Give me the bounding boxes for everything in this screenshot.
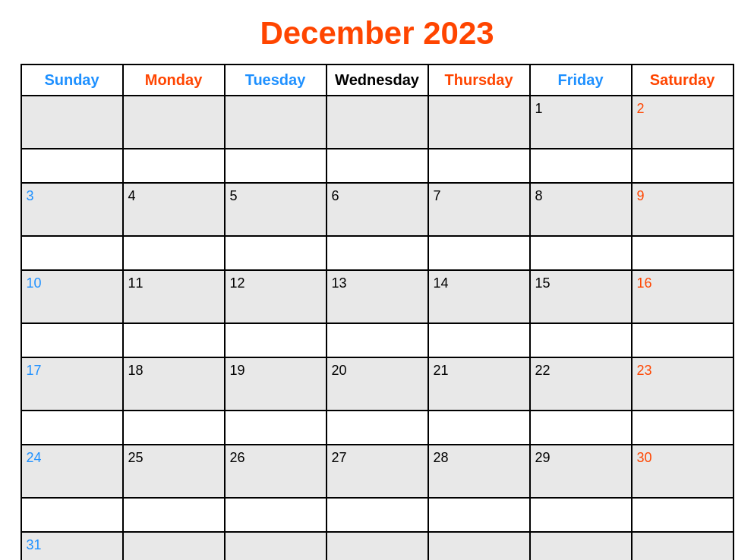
week-4-day-3: 27: [327, 445, 428, 498]
week-4-extra-2: [225, 498, 327, 532]
week-0-extra-5: [530, 149, 632, 183]
day-number-26: 26: [230, 448, 321, 466]
day-number-21: 21: [434, 361, 525, 379]
week-1-extra-row: [21, 236, 733, 270]
day-number-30: 30: [637, 448, 728, 466]
day-number-14: 14: [434, 274, 525, 291]
week-3-extra-3: [327, 411, 428, 445]
week-4-day-1: 25: [123, 445, 225, 498]
week-2-day-5: 15: [530, 270, 632, 323]
day-number-9: 9: [637, 187, 728, 204]
day-number-7: 7: [434, 187, 525, 204]
week-5-day-2: [225, 532, 327, 560]
day-number-22: 22: [535, 361, 626, 379]
week-1-extra-5: [530, 236, 632, 270]
week-0-extra-3: [327, 149, 428, 183]
week-1-extra-0: [21, 236, 123, 270]
week-3-extra-row: [21, 411, 733, 445]
day-number-1: 1: [535, 99, 626, 117]
week-1-date-row: 3456789: [21, 183, 733, 236]
header-tuesday: Tuesday: [225, 64, 327, 96]
week-4-extra-5: [530, 498, 632, 532]
week-0-extra-6: [632, 149, 733, 183]
week-1-day-5: 8: [530, 183, 632, 236]
week-1-day-1: 4: [123, 183, 225, 236]
week-2-extra-3: [327, 323, 428, 357]
header-thursday: Thursday: [428, 64, 530, 96]
week-0-day-1: [123, 96, 225, 149]
week-0-extra-1: [123, 149, 225, 183]
week-1-extra-1: [123, 236, 225, 270]
calendar-title: December 2023: [21, 15, 734, 52]
week-4-extra-row: [21, 498, 733, 532]
week-0-day-6: 2: [632, 96, 733, 149]
day-number-13: 13: [332, 274, 423, 291]
week-5-day-0: 31: [21, 532, 123, 560]
week-3-day-4: 21: [428, 357, 530, 411]
week-3-extra-1: [123, 411, 225, 445]
day-number-19: 19: [230, 361, 321, 379]
week-2-extra-row: [21, 323, 733, 357]
week-5-day-5: [530, 532, 632, 560]
week-5-date-row: 31: [21, 532, 733, 560]
week-4-extra-0: [21, 498, 123, 532]
week-1-extra-4: [428, 236, 530, 270]
calendar-table: Sunday Monday Tuesday Wednesday Thursday…: [21, 64, 734, 560]
week-2-extra-5: [530, 323, 632, 357]
day-number-10: 10: [27, 274, 118, 291]
header-row: Sunday Monday Tuesday Wednesday Thursday…: [21, 64, 733, 96]
day-number-16: 16: [637, 274, 728, 291]
week-3-day-1: 18: [123, 357, 225, 411]
day-number-2: 2: [637, 99, 728, 117]
day-number-24: 24: [27, 448, 118, 466]
week-0-date-row: 12: [21, 96, 733, 149]
week-3-day-2: 19: [225, 357, 327, 411]
header-wednesday: Wednesday: [327, 64, 428, 96]
calendar-container: December 2023 Sunday Monday Tuesday Wedn…: [13, 0, 742, 560]
week-2-day-3: 13: [327, 270, 428, 323]
week-4-extra-1: [123, 498, 225, 532]
week-1-extra-3: [327, 236, 428, 270]
header-sunday: Sunday: [21, 64, 123, 96]
day-number-27: 27: [332, 448, 423, 466]
week-3-extra-2: [225, 411, 327, 445]
week-2-day-4: 14: [428, 270, 530, 323]
week-4-day-2: 26: [225, 445, 327, 498]
week-0-day-0: [21, 96, 123, 149]
day-number-6: 6: [332, 187, 423, 204]
day-number-23: 23: [637, 361, 728, 379]
week-3-date-row: 17181920212223: [21, 357, 733, 411]
week-0-extra-row: [21, 149, 733, 183]
week-3-day-0: 17: [21, 357, 123, 411]
week-2-day-1: 11: [123, 270, 225, 323]
week-4-date-row: 24252627282930: [21, 445, 733, 498]
day-number-5: 5: [230, 187, 321, 204]
week-1-day-6: 9: [632, 183, 733, 236]
week-1-day-2: 5: [225, 183, 327, 236]
week-1-day-4: 7: [428, 183, 530, 236]
week-0-extra-2: [225, 149, 327, 183]
week-2-extra-6: [632, 323, 733, 357]
week-0-day-4: [428, 96, 530, 149]
day-number-3: 3: [27, 187, 118, 204]
week-4-day-0: 24: [21, 445, 123, 498]
day-number-11: 11: [128, 274, 219, 291]
week-1-day-3: 6: [327, 183, 428, 236]
week-4-day-4: 28: [428, 445, 530, 498]
day-number-8: 8: [535, 187, 626, 204]
day-number-15: 15: [535, 274, 626, 291]
header-saturday: Saturday: [632, 64, 733, 96]
week-2-extra-1: [123, 323, 225, 357]
header-monday: Monday: [123, 64, 225, 96]
day-number-4: 4: [128, 187, 219, 204]
week-0-extra-0: [21, 149, 123, 183]
week-3-extra-4: [428, 411, 530, 445]
week-4-extra-3: [327, 498, 428, 532]
week-3-day-3: 20: [327, 357, 428, 411]
day-number-28: 28: [434, 448, 525, 466]
week-0-day-2: [225, 96, 327, 149]
week-1-extra-2: [225, 236, 327, 270]
week-5-day-3: [327, 532, 428, 560]
week-4-day-6: 30: [632, 445, 733, 498]
week-3-day-5: 22: [530, 357, 632, 411]
